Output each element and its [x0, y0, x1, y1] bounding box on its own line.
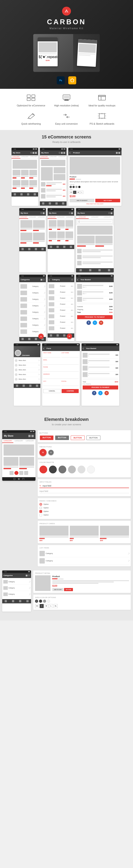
tab-cat-2[interactable]: CATEGORY [49, 155, 58, 158]
product-grid-item-4[interactable] [33, 232, 45, 244]
category-item-7[interactable]: Category [20, 322, 45, 329]
large-tab-1[interactable]: CATEGORY [2, 439, 13, 443]
color-swatch-3[interactable] [43, 599, 46, 603]
nav-profile[interactable] [32, 193, 38, 196]
size-xs[interactable]: XS [70, 191, 73, 194]
el-menu-icon[interactable] [26, 575, 28, 577]
tab-a[interactable]: CATEGORY [19, 216, 28, 219]
el-icon-3[interactable] [19, 471, 23, 475]
nav-5[interactable] [48, 246, 54, 248]
category-item-2[interactable]: Category [20, 290, 45, 296]
menu-item-1[interactable]: Menu Item [15, 358, 39, 363]
sm-product-1[interactable] [49, 220, 56, 230]
cart-icon[interactable] [33, 152, 34, 154]
basket-item-3[interactable]: Qty: 1 $100 [77, 296, 113, 303]
size-m[interactable]: M [77, 191, 80, 194]
nav-24[interactable] [34, 384, 40, 387]
search-icon-2[interactable] [59, 152, 60, 154]
nav-13[interactable] [19, 338, 26, 340]
search-product-1[interactable] [77, 236, 95, 247]
checkout-item-4[interactable]: 1 $00 [83, 371, 118, 378]
tab-h[interactable]: CATEGORY [89, 216, 101, 219]
input-normal[interactable]: Input field [39, 489, 129, 493]
nav-categories[interactable] [18, 193, 25, 196]
el-cat-3[interactable]: Category [3, 592, 30, 597]
fab-gray[interactable]: + [48, 450, 54, 455]
sm-product-3[interactable] [65, 220, 73, 230]
tw-icon-2[interactable]: t [98, 391, 103, 395]
product-thumb-2[interactable] [54, 174, 65, 180]
color-option-4[interactable] [78, 186, 81, 188]
size-opt-l[interactable]: L [49, 604, 53, 608]
email-field[interactable]: EMAIL [43, 359, 79, 365]
tab-i[interactable]: CATEGORY [101, 216, 114, 219]
more-icon-3[interactable] [118, 152, 120, 154]
color-option-1[interactable] [70, 186, 72, 188]
menu-icon[interactable] [41, 279, 42, 281]
tab-g[interactable]: CATEGORY [76, 216, 89, 219]
sub-cat-4[interactable]: Product $00 [49, 301, 73, 307]
nav-basket-2[interactable] [53, 202, 60, 205]
list-search-2[interactable] [77, 254, 113, 260]
sub-cat-1[interactable]: Product $00 [49, 283, 73, 289]
radio-2[interactable]: Option [39, 506, 129, 509]
nav-10[interactable] [86, 269, 95, 272]
more-icon[interactable] [35, 152, 37, 154]
basket-item-2[interactable]: Qty: 1 $100 [77, 290, 113, 296]
phone-field[interactable]: PHONE [43, 366, 79, 372]
fab-button[interactable]: + [38, 334, 44, 339]
basket-item-1[interactable]: Qty: 1 $100 [77, 283, 113, 290]
product-card-1[interactable]: $00 [39, 526, 69, 541]
category-item-4[interactable]: Category [20, 303, 45, 309]
search-icon-4[interactable] [69, 212, 71, 214]
facebook-icon[interactable]: f [86, 320, 91, 325]
city-field[interactable]: CITY [43, 380, 60, 386]
nav-categories-2[interactable] [47, 202, 53, 205]
list-item-3[interactable]: $00 [41, 193, 65, 199]
product-item[interactable] [29, 170, 37, 179]
el-icon-4[interactable] [24, 471, 28, 475]
twitter-icon[interactable]: t [93, 320, 97, 325]
nav-home-2[interactable] [40, 202, 47, 205]
lph-search-icon[interactable] [28, 435, 31, 437]
google-icon[interactable]: G [99, 320, 103, 325]
search-icon-5[interactable] [108, 212, 110, 214]
product-card-2[interactable]: $00 [70, 526, 99, 541]
nav-12[interactable] [104, 269, 114, 272]
tab-f[interactable]: CATEGORY [65, 216, 74, 219]
nav-home[interactable] [11, 193, 18, 196]
btn-filled-red[interactable]: BUTTON [40, 436, 53, 440]
checkbox-2[interactable]: Option [39, 514, 129, 516]
back-button-form[interactable] [43, 348, 45, 349]
checkbox-1[interactable]: ✓ Option [39, 510, 129, 513]
list-search-1[interactable] [77, 248, 113, 254]
sub-cat-7[interactable]: Product $00 [49, 319, 73, 326]
more-icon-2[interactable] [63, 152, 65, 154]
input-active[interactable]: ✎ Input field [39, 484, 129, 488]
back-button-2[interactable] [49, 279, 50, 280]
sm-product-4[interactable] [49, 231, 56, 242]
menu-item-3[interactable]: Menu Item [15, 368, 39, 372]
nav-8[interactable] [68, 246, 74, 248]
sm-product-6[interactable] [65, 231, 73, 242]
color-option-3[interactable] [75, 186, 78, 188]
btn-outline-red[interactable]: BUTTON [71, 436, 85, 440]
product-item[interactable] [13, 170, 20, 179]
add-to-basket-btn[interactable]: ADD TO BASKET [70, 199, 94, 202]
nav-9[interactable] [76, 269, 86, 272]
el-cat-1[interactable]: Category [3, 579, 30, 585]
cart-icon-4[interactable] [71, 212, 73, 214]
back-button-basket[interactable] [77, 279, 79, 280]
sm-product-5[interactable] [57, 231, 65, 242]
product-add-cart[interactable]: ADD TO CART [52, 588, 63, 591]
buy-now-btn[interactable]: BUY IT NOW [95, 199, 120, 202]
size-l[interactable]: L [80, 191, 83, 194]
list-item[interactable]: $00 [41, 181, 65, 187]
sm-product-2[interactable] [57, 220, 65, 230]
el-icon-1[interactable] [9, 471, 13, 475]
nav-21[interactable] [14, 384, 20, 387]
category-item-5[interactable]: Category [20, 309, 45, 316]
tab-cat-1[interactable]: CATEGORY [40, 155, 49, 158]
search-icon-7[interactable] [72, 279, 73, 280]
el-nav-2[interactable] [9, 600, 17, 602]
